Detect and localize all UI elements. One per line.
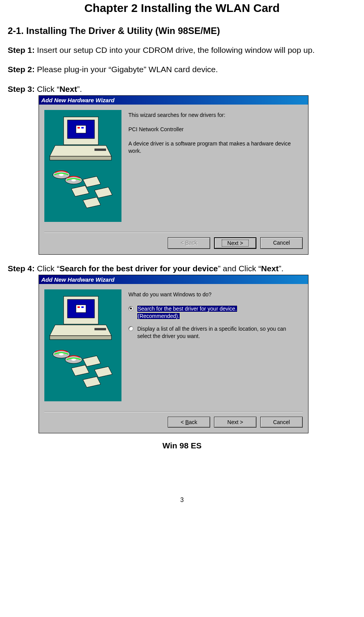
next-button[interactable]: Next >	[214, 237, 256, 249]
svg-rect-5	[81, 127, 84, 128]
wizard-art-icon	[44, 289, 121, 408]
radio-label: Display a list of all the drivers in a s…	[137, 325, 300, 340]
step-3-label: Step 3:	[8, 85, 35, 93]
dialog-titlebar: Add New Hardware Wizard	[39, 96, 308, 105]
svg-point-12	[71, 179, 76, 181]
step-4-mid: ” and Click “	[218, 264, 261, 273]
step-3-post: ”.	[77, 85, 82, 93]
svg-rect-4	[78, 127, 80, 128]
step-4-bold1: Search for the best driver for your devi…	[59, 264, 218, 273]
step-1: Step 1: Insert our setup CD into your CD…	[8, 45, 356, 56]
cancel-button[interactable]: Cancel	[260, 237, 303, 249]
svg-point-27	[59, 353, 64, 355]
svg-rect-22	[81, 306, 84, 308]
wizard-desc-text: A device driver is a software program th…	[128, 140, 300, 155]
back-button: < Back	[168, 237, 210, 249]
step-3-bold: Next	[59, 85, 77, 93]
svg-rect-21	[78, 306, 80, 308]
step-2: Step 2: Please plug-in your “Gigabyte” W…	[8, 64, 356, 75]
step-4-post: ”.	[279, 264, 284, 273]
cancel-button[interactable]: Cancel	[260, 417, 303, 428]
step-1-label: Step 1:	[8, 46, 35, 54]
svg-rect-3	[76, 125, 86, 133]
svg-rect-24	[50, 336, 111, 340]
hardware-wizard-dialog-2: Add New Hardware Wizard	[39, 275, 308, 433]
svg-rect-7	[50, 156, 111, 160]
step-4-label: Step 4:	[8, 264, 35, 273]
back-button[interactable]: < Back	[168, 417, 210, 428]
section-title: 2-1. Installing The Driver & Utility (Wi…	[8, 25, 356, 36]
device-name: PCI Network Controller	[128, 126, 300, 133]
step-3: Step 3: Click “Next”.	[8, 84, 356, 95]
wizard-prompt: What do you want Windows to do?	[128, 291, 300, 298]
step-4-bold2: Next	[261, 264, 279, 273]
svg-rect-25	[94, 328, 106, 330]
step-2-label: Step 2:	[8, 65, 35, 74]
dialog-titlebar: Add New Hardware Wizard	[39, 275, 308, 284]
next-button[interactable]: Next >	[214, 417, 256, 428]
svg-rect-20	[76, 305, 86, 313]
svg-rect-8	[94, 149, 106, 151]
step-4: Step 4: Click “Search for the best drive…	[8, 263, 356, 274]
step-1-text: Insert our setup CD into your CDROM driv…	[35, 46, 315, 54]
wizard-art-icon	[44, 110, 121, 229]
step-2-text: Please plug-in your “Gigabyte” WLAN card…	[35, 65, 218, 74]
figure-caption: Win 98 ES	[8, 441, 356, 450]
page-number: 3	[8, 497, 356, 504]
radio-label: Search for the best driver for your devi…	[137, 305, 300, 320]
radio-search-best-driver[interactable]: Search for the best driver for your devi…	[128, 305, 300, 320]
hardware-wizard-dialog-1: Add New Hardware Wizard	[39, 95, 308, 255]
step-4-pre: Click “	[35, 264, 59, 273]
radio-icon	[128, 326, 133, 331]
svg-point-29	[71, 358, 76, 361]
chapter-title: Chapter 2 Installing the WLAN Card	[8, 2, 356, 15]
wizard-intro-text: This wizard searches for new drivers for…	[128, 112, 300, 119]
svg-point-10	[59, 174, 64, 176]
radio-display-list[interactable]: Display a list of all the drivers in a s…	[128, 325, 300, 340]
radio-icon	[128, 306, 133, 311]
step-3-pre: Click “	[35, 85, 59, 93]
